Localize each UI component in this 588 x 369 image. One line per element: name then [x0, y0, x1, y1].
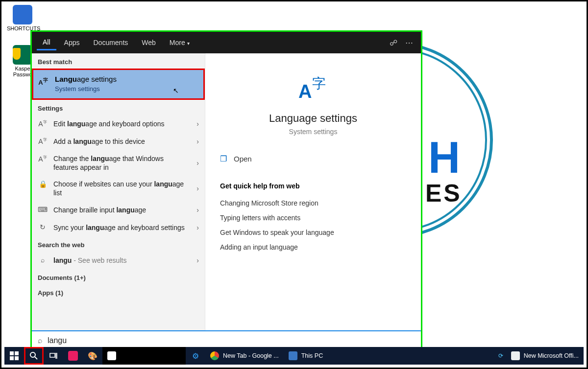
open-action[interactable]: ❐ Open: [220, 150, 406, 172]
search-button[interactable]: [24, 347, 44, 365]
svg-rect-7: [15, 356, 19, 360]
chevron-right-icon: ›: [196, 120, 199, 128]
background-letter-h: H: [428, 133, 461, 183]
app-icon: [68, 351, 78, 361]
chevron-down-icon: ▾: [187, 41, 190, 46]
svg-text:A: A: [38, 79, 43, 86]
app-icon: [107, 351, 116, 360]
palette-icon: 🎨: [88, 351, 98, 361]
chrome-icon: [210, 351, 219, 360]
start-button[interactable]: [4, 347, 24, 365]
taskbar-window-office[interactable]: New Microsoft Offi...: [506, 347, 584, 365]
best-match-title: Language settings: [55, 75, 197, 83]
settings-item-website-language[interactable]: 🔒 Choose if websites can use your langua…: [32, 176, 205, 201]
taskbar-app-bluetooth[interactable]: ⚙: [186, 347, 205, 365]
taskbar-app-paint[interactable]: 🎨: [83, 347, 102, 365]
pc-icon: [289, 351, 297, 360]
details-title: Language settings: [220, 112, 406, 125]
language-icon-large: A字: [296, 72, 330, 106]
taskbar-window-chrome[interactable]: New Tab - Google ...: [205, 347, 284, 365]
sync-icon: ↻: [38, 223, 48, 231]
svg-text:A: A: [298, 81, 312, 102]
settings-item-sync[interactable]: ↻ Sync your language and keyboard settin…: [32, 219, 205, 236]
taskbar-window-thispc[interactable]: This PC: [284, 347, 328, 365]
search-flyout: All Apps Documents Web More▾ ☍ ⋯ Best ma…: [30, 30, 422, 351]
apps-header: Apps (1): [32, 284, 205, 300]
chevron-right-icon: ›: [196, 159, 199, 167]
mouse-cursor-icon: ↖: [173, 87, 179, 94]
chevron-right-icon: ›: [196, 184, 199, 192]
language-small-icon: A字: [38, 119, 48, 128]
documents-header: Documents (1+): [32, 269, 205, 284]
taskbar: 🎨 ⚙ New Tab - Google ... This PC ⟳ New M…: [4, 347, 584, 365]
language-icon: A字: [37, 76, 50, 89]
svg-text:字: 字: [312, 76, 326, 91]
chevron-right-icon: ›: [196, 138, 199, 145]
tab-web[interactable]: Web: [136, 36, 162, 49]
chevron-right-icon: ›: [196, 206, 199, 214]
quick-link[interactable]: Adding an input language: [220, 240, 406, 254]
svg-point-8: [30, 352, 35, 357]
background-letters-es: ES: [425, 179, 462, 208]
chevron-right-icon: ›: [196, 256, 199, 264]
tab-more[interactable]: More▾: [164, 36, 196, 49]
open-label: Open: [234, 155, 252, 163]
lock-icon: 🔒: [38, 180, 48, 188]
quick-link[interactable]: Changing Microsoft Store region: [220, 196, 406, 210]
settings-item-braille[interactable]: ⌨ Change braille input language ›: [32, 201, 205, 219]
details-subtitle: System settings: [220, 128, 406, 136]
taskbar-app-pinned[interactable]: [63, 347, 83, 365]
doc-icon: [511, 351, 520, 360]
tab-more-label: More: [170, 39, 185, 46]
tab-documents[interactable]: Documents: [87, 36, 134, 49]
taskbar-window-label: New Tab - Google ...: [223, 352, 279, 359]
details-pane: A字 Language settings System settings ❐ O…: [205, 53, 421, 330]
language-small-icon: A字: [38, 155, 48, 163]
more-options-icon[interactable]: ⋯: [402, 38, 416, 47]
open-icon: ❐: [220, 154, 227, 163]
tab-all[interactable]: All: [37, 35, 56, 50]
settings-header: Settings: [32, 100, 205, 115]
quick-link[interactable]: Typing letters with accents: [220, 210, 406, 225]
taskbar-app-hidden[interactable]: [102, 347, 186, 365]
results-list: Best match A字 Language settings System s…: [32, 53, 205, 330]
search-icon: ⌕: [38, 256, 48, 264]
quick-help-header: Get quick help from web: [220, 182, 406, 190]
tray-icon[interactable]: ⟳: [495, 352, 506, 359]
search-tabs: All Apps Documents Web More▾ ☍ ⋯: [32, 32, 421, 53]
svg-text:字: 字: [43, 77, 48, 83]
feedback-icon[interactable]: ☍: [387, 38, 400, 47]
taskbar-window-label: New Microsoft Offi...: [524, 352, 579, 359]
kaspersky-icon: [13, 45, 32, 65]
svg-rect-10: [50, 353, 55, 357]
quick-link[interactable]: Get Windows to speak your language: [220, 225, 406, 240]
tray-indicator-icon: ⟳: [498, 352, 503, 359]
svg-line-9: [35, 357, 37, 359]
search-icon: ⌕: [38, 336, 43, 345]
search-input[interactable]: [48, 336, 415, 345]
folder-icon: [13, 5, 32, 24]
search-web-header: Search the web: [32, 236, 205, 252]
taskbar-window-label: This PC: [301, 352, 323, 359]
settings-item-change-language[interactable]: A字 Change the language that Windows feat…: [32, 150, 205, 176]
svg-rect-6: [10, 356, 14, 360]
web-result[interactable]: ⌕ langu - See web results ›: [32, 252, 205, 269]
best-match-header: Best match: [32, 53, 205, 69]
best-match-result[interactable]: A字 Language settings System settings ↖: [32, 69, 205, 100]
svg-rect-5: [15, 351, 19, 355]
bluetooth-icon: ⚙: [192, 351, 199, 361]
settings-item-edit-language[interactable]: A字 Edit language and keyboard options ›: [32, 115, 205, 133]
language-small-icon: A字: [38, 137, 48, 145]
desktop-shortcut-shortcuts[interactable]: SHORTCUTS: [7, 5, 38, 31]
keyboard-icon: ⌨: [38, 206, 48, 213]
tab-apps[interactable]: Apps: [58, 36, 86, 49]
settings-item-add-language[interactable]: A字 Add a language to this device ›: [32, 133, 205, 150]
svg-rect-4: [10, 351, 14, 355]
chevron-right-icon: ›: [196, 224, 199, 231]
task-view-button[interactable]: [44, 347, 63, 365]
